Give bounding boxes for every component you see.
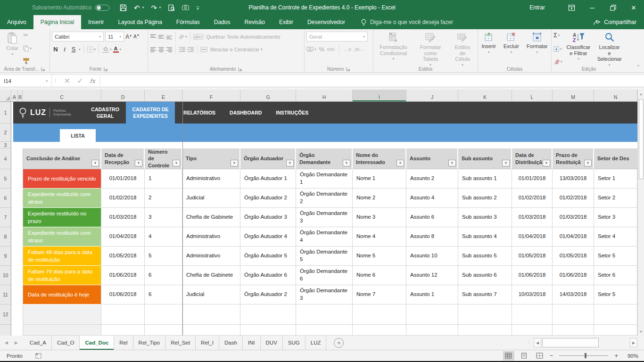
zoom-out-icon[interactable]: −: [550, 352, 553, 359]
data-cell[interactable]: Setor 4: [594, 227, 637, 247]
data-cell[interactable]: Nome 5: [353, 247, 406, 266]
sheet-next-icon[interactable]: ▶: [15, 340, 18, 345]
data-cell[interactable]: [353, 304, 406, 325]
row-header[interactable]: 12: [0, 304, 11, 325]
camera-icon[interactable]: [182, 5, 189, 10]
copy-icon[interactable]: ▾: [23, 45, 32, 51]
data-cell[interactable]: Assunto 10: [406, 247, 458, 266]
data-cell[interactable]: Sub assunto 5: [458, 247, 512, 266]
ribbon-tab-arquivo[interactable]: Arquivo: [0, 15, 33, 29]
data-cell[interactable]: Chefia de Gabinete: [182, 208, 240, 227]
data-cell[interactable]: Órgão Autuador 2: [240, 285, 296, 304]
data-cell[interactable]: Órgão Demandante 2: [296, 189, 353, 208]
close-button[interactable]: ✕: [623, 0, 644, 15]
column-header[interactable]: M: [553, 90, 594, 101]
filter-dropdown-icon[interactable]: ▼: [135, 160, 142, 166]
zoom-slider[interactable]: [559, 355, 608, 356]
data-cell[interactable]: 14/03/2018: [553, 285, 594, 304]
banner-nav-tab[interactable]: INSTRUÇÕES: [270, 102, 314, 123]
data-cell[interactable]: 10/03/2018: [512, 285, 553, 304]
dialog-launcher-icon[interactable]: [41, 67, 45, 71]
data-cell[interactable]: 01/04/2018: [101, 227, 145, 247]
font-color-icon[interactable]: A▾: [113, 46, 122, 53]
vertical-scrollbar[interactable]: ▲ ▼: [637, 90, 644, 336]
horizontal-scroll-thumb[interactable]: [542, 338, 599, 347]
data-cell[interactable]: [458, 325, 512, 336]
borders-icon[interactable]: ▾: [87, 46, 96, 53]
status-cell[interactable]: Prazo de restituição vencido: [23, 169, 101, 189]
data-cell[interactable]: [594, 325, 637, 336]
insert-cells-button[interactable]: Inserir▾: [479, 31, 498, 65]
data-cell[interactable]: Órgão Autuador 2: [240, 189, 296, 208]
autosum-icon[interactable]: Σ▾: [553, 32, 562, 39]
undo-dropdown-icon[interactable]: ▾: [142, 6, 144, 9]
number-format-select[interactable]: Geral▾: [306, 32, 368, 41]
row-header[interactable]: [0, 325, 11, 336]
align-bottom-icon[interactable]: [166, 34, 173, 40]
dialog-launcher-icon[interactable]: [104, 67, 108, 71]
data-cell[interactable]: [406, 304, 458, 325]
data-cell[interactable]: 01/05/2018: [101, 247, 145, 266]
ribbon-tab-revisão[interactable]: Revisão: [238, 15, 272, 29]
filter-dropdown-icon[interactable]: ▼: [584, 160, 592, 166]
formula-input[interactable]: [100, 75, 644, 87]
zoom-level[interactable]: 90%: [622, 353, 638, 359]
merge-center-icon[interactable]: [200, 47, 207, 52]
data-cell[interactable]: Órgão Demandante 5: [296, 247, 353, 266]
data-cell[interactable]: Setor 5: [594, 247, 637, 266]
data-cell[interactable]: 01/02/2018: [512, 189, 553, 208]
enter-icon[interactable]: ✓: [77, 76, 83, 85]
data-cell[interactable]: [406, 325, 458, 336]
page-break-view-icon[interactable]: [534, 351, 545, 361]
cancel-icon[interactable]: ✕: [64, 76, 70, 85]
data-cell[interactable]: [553, 304, 594, 325]
sheet-tab-rel[interactable]: Rel: [114, 336, 133, 350]
fill-color-icon[interactable]: ▾: [102, 46, 112, 53]
filter-dropdown-icon[interactable]: ▼: [91, 160, 99, 166]
wrap-text-icon[interactable]: ab↩: [193, 34, 204, 40]
page-layout-view-icon[interactable]: [519, 351, 530, 361]
data-cell[interactable]: Nome 7: [353, 285, 406, 304]
hscroll-left-icon[interactable]: ◀: [534, 338, 541, 347]
normal-view-icon[interactable]: [503, 351, 514, 361]
status-cell[interactable]: Expediente restituído com atraso: [23, 189, 101, 208]
dialog-launcher-icon[interactable]: [238, 67, 242, 71]
data-cell[interactable]: [353, 325, 406, 336]
zoom-in-icon[interactable]: +: [614, 352, 618, 359]
banner-nav-tab[interactable]: CADASTRO DE EXPEDIENTES: [126, 102, 175, 123]
data-cell[interactable]: [458, 304, 512, 325]
decrease-decimal-icon[interactable]: ,00→: [354, 47, 363, 52]
share-button[interactable]: Compartilhar: [593, 15, 644, 29]
data-cell[interactable]: 6: [145, 285, 182, 304]
table-header-cell[interactable]: Data de Recepção▼: [101, 148, 145, 169]
data-cell[interactable]: Assunto 12: [406, 266, 458, 285]
sheet-tab-luz[interactable]: LUZ: [305, 336, 327, 350]
data-cell[interactable]: Assunto 1: [406, 285, 458, 304]
data-cell[interactable]: 01/06/2018: [101, 266, 145, 285]
filter-dropdown-icon[interactable]: ▼: [231, 160, 238, 166]
data-cell[interactable]: Administrativo: [182, 247, 240, 266]
fill-down-icon[interactable]: ▾: [553, 46, 562, 52]
table-header-cell[interactable]: Nome do Interessado▼: [353, 148, 406, 169]
data-cell[interactable]: Órgão Autuador 5: [240, 247, 296, 266]
ribbon-tab-layout-da-página[interactable]: Layout da Página: [111, 15, 169, 29]
data-cell[interactable]: [182, 325, 240, 336]
percent-style-icon[interactable]: %: [319, 46, 325, 53]
data-cell[interactable]: Órgão Demandante 1: [296, 169, 353, 189]
data-cell[interactable]: Órgão Autuador 1: [240, 169, 296, 189]
bold-button[interactable]: N: [52, 46, 59, 53]
data-cell[interactable]: Administrativo: [182, 169, 240, 189]
find-select-button[interactable]: Localizar e Selecionar▾: [594, 31, 624, 65]
column-header[interactable]: H: [296, 90, 353, 101]
sheet-tab-ini[interactable]: INI: [243, 336, 261, 350]
data-cell[interactable]: 2: [145, 189, 182, 208]
data-cell[interactable]: 6: [145, 266, 182, 285]
column-header[interactable]: K: [458, 90, 512, 101]
filter-dropdown-icon[interactable]: ▼: [543, 160, 550, 166]
format-painter-icon[interactable]: [23, 58, 32, 64]
new-sheet-icon[interactable]: +: [334, 338, 344, 348]
data-cell[interactable]: Nome 1: [353, 169, 406, 189]
horizontal-scrollbar[interactable]: ⁞ ◀ ▶: [528, 336, 637, 350]
print-preview-icon[interactable]: [168, 4, 175, 11]
data-cell[interactable]: 01/06/2018: [101, 285, 145, 304]
